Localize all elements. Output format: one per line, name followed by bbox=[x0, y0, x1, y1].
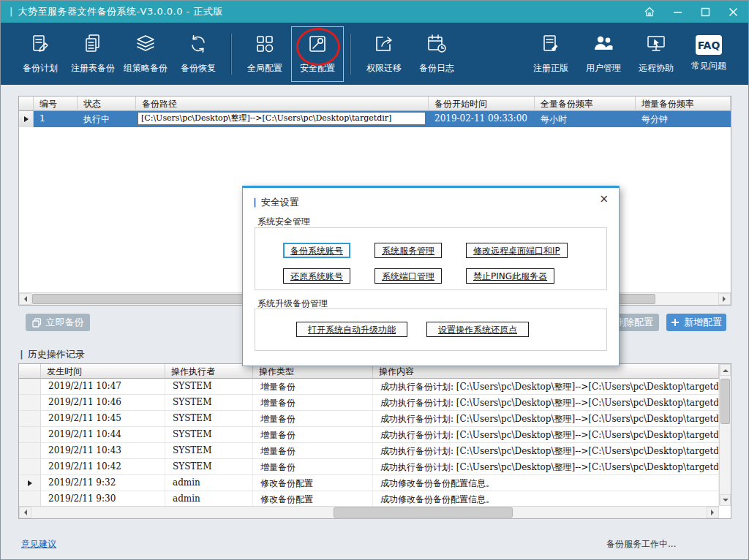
toolbar-registry-backup[interactable]: 注册表备份 bbox=[67, 26, 119, 82]
toolbar-label: 备份日志 bbox=[419, 62, 454, 75]
open-auto-upgrade-button[interactable]: 打开系统自动升级功能 bbox=[296, 322, 407, 337]
copy-icon bbox=[32, 318, 42, 328]
history-vertical-scrollbar[interactable] bbox=[719, 364, 731, 506]
history-row-selected[interactable]: 2019/2/11 9:32 admin 修改备份配置 成功修改备份备份配置信息… bbox=[19, 475, 719, 491]
system-port-manage-button[interactable]: 系统端口管理 bbox=[374, 268, 442, 284]
col-header-executor[interactable]: 操作执行者 bbox=[165, 364, 253, 379]
cell-executor: admin bbox=[165, 475, 253, 491]
scrollbar-thumb[interactable] bbox=[334, 507, 513, 518]
registry-backup-icon bbox=[82, 33, 104, 57]
toolbar-backup-plan[interactable]: 备份计划 bbox=[14, 26, 67, 82]
window-title: 大势至服务器文件备份系统-V3.0.0.0 - 正式版 bbox=[18, 5, 223, 18]
toolbar-label: 组策略备份 bbox=[124, 62, 168, 75]
close-icon[interactable] bbox=[726, 5, 739, 18]
backup-plan-table-header: 编号 状态 备份路径 备份开始时间 全量备份频率 增量备份频率 bbox=[19, 97, 731, 111]
col-header-time[interactable]: 发生时间 bbox=[41, 364, 165, 379]
cell-type: 增量备份 bbox=[253, 459, 373, 474]
cell-content: 成功执行备份计划: [C:\Users\pc\Desktop\整理]-->[C:… bbox=[373, 395, 719, 410]
history-row[interactable]: 2019/2/11 10:46 SYSTEM 增量备份 成功执行备份计划: [C… bbox=[19, 395, 719, 411]
add-config-button[interactable]: 新增配置 bbox=[666, 314, 726, 331]
toolbar-faq[interactable]: FAQ 常见问题 bbox=[682, 26, 735, 82]
maximize-icon[interactable] bbox=[699, 5, 712, 18]
service-status-text: 备份服务工作中... bbox=[606, 538, 676, 550]
backup-now-button[interactable]: 立即备份 bbox=[26, 314, 90, 331]
cell-path[interactable]: [C:\Users\pc\Desktop\整理]-->[C:\Users\pc\… bbox=[136, 111, 429, 127]
modify-rdp-port-ip-button[interactable]: 修改远程桌面端口和IP bbox=[466, 243, 568, 258]
history-row[interactable]: 2019/2/11 10:43 SYSTEM 增量备份 成功执行备份计划: [C… bbox=[19, 443, 719, 459]
col-header-type[interactable]: 操作类型 bbox=[253, 364, 373, 379]
cell-type: 增量备份 bbox=[253, 443, 373, 458]
toolbar-register[interactable]: 注册正版 bbox=[524, 26, 577, 82]
row-arrow-icon bbox=[28, 480, 32, 486]
row-marker-header bbox=[19, 364, 41, 379]
feedback-link[interactable]: 意见建议 bbox=[21, 538, 56, 550]
history-row[interactable]: 2019/2/11 10:44 SYSTEM 增量备份 成功执行备份计划: [C… bbox=[19, 427, 719, 443]
set-restore-point-button[interactable]: 设置操作系统还原点 bbox=[426, 322, 529, 337]
history-row[interactable]: 2019/2/11 10:47 SYSTEM 增量备份 成功执行备份计划: [C… bbox=[19, 379, 719, 395]
col-header-full-freq[interactable]: 全量备份频率 bbox=[535, 97, 636, 111]
cell-content: 成功执行备份计划: [C:\Users\pc\Desktop\整理]-->[C:… bbox=[373, 459, 719, 474]
title-bar-marker: | bbox=[10, 7, 12, 17]
backup-system-account-button[interactable]: 备份系统账号 bbox=[283, 243, 350, 258]
register-doc-icon bbox=[540, 33, 562, 57]
right-arrow-icon bbox=[723, 296, 729, 302]
col-header-path[interactable]: 备份路径 bbox=[136, 97, 429, 111]
cell-type: 修改备份配置 bbox=[253, 475, 373, 491]
history-row[interactable]: 2019/2/11 9:30 admin 修改备份配置 成功修改备份备份配置信息… bbox=[19, 491, 719, 506]
restore-system-account-button[interactable]: 还原系统账号 bbox=[283, 268, 350, 284]
row-marker-cell bbox=[19, 491, 41, 506]
path-value-box[interactable]: [C:\Users\pc\Desktop\整理]-->[C:\Users\pc\… bbox=[138, 112, 426, 125]
group-box-system-security: 备份系统账号 系统服务管理 修改远程桌面端口和IP 还原系统账号 系统端口管理 … bbox=[255, 227, 607, 290]
cell-content: 成功修改备份备份配置信息。 bbox=[373, 491, 719, 506]
cell-executor: SYSTEM bbox=[165, 411, 253, 426]
toolbar-group-policy-backup[interactable]: 组策略备份 bbox=[119, 26, 172, 82]
toolbar-permission-migration[interactable]: 权限迁移 bbox=[358, 26, 410, 82]
row-marker-cell bbox=[19, 427, 41, 442]
cell-content: 成功执行备份计划: [C:\Users\pc\Desktop\整理]-->[C:… bbox=[373, 411, 719, 426]
toolbar-global-config[interactable]: 全局配置 bbox=[238, 26, 291, 82]
home-icon[interactable] bbox=[643, 5, 656, 18]
dialog-close-icon[interactable]: × bbox=[599, 194, 609, 205]
row-marker-cell bbox=[19, 411, 41, 426]
toolbar-backup-log[interactable]: 备份日志 bbox=[410, 26, 463, 82]
toolbar-label: 注册表备份 bbox=[71, 62, 115, 75]
history-section-title: |历史操作记录 bbox=[20, 348, 85, 361]
col-header-content[interactable]: 操作内容 bbox=[373, 364, 719, 379]
col-header-no[interactable]: 编号 bbox=[34, 97, 78, 111]
up-arrow-icon bbox=[723, 366, 729, 372]
backup-plan-row-selected[interactable]: 1 执行中 [C:\Users\pc\Desktop\整理]-->[C:\Use… bbox=[19, 111, 731, 127]
col-header-inc-freq[interactable]: 增量备份频率 bbox=[636, 97, 731, 111]
toolbar-user-management[interactable]: 用户管理 bbox=[577, 26, 630, 82]
minimize-icon[interactable] bbox=[671, 5, 684, 18]
scrollbar-thumb[interactable] bbox=[720, 379, 730, 424]
scroll-right-button[interactable] bbox=[718, 293, 731, 305]
system-service-manage-button[interactable]: 系统服务管理 bbox=[374, 243, 442, 258]
history-grid: 发生时间 操作执行者 操作类型 操作内容 2019/2/11 10:47 SYS… bbox=[19, 364, 719, 506]
toolbar-remote-assist[interactable]: 远程协助 bbox=[630, 26, 682, 82]
scroll-up-button[interactable] bbox=[720, 364, 731, 376]
toolbar-backup-restore[interactable]: 备份恢复 bbox=[172, 26, 225, 82]
scroll-left-button[interactable] bbox=[19, 507, 31, 518]
col-header-start-time[interactable]: 备份开始时间 bbox=[429, 97, 535, 111]
row-marker-cell bbox=[19, 475, 41, 491]
cell-no: 1 bbox=[34, 111, 78, 127]
cell-executor: SYSTEM bbox=[165, 459, 253, 474]
scroll-left-button[interactable] bbox=[19, 293, 31, 305]
cell-content: 成功执行备份计划: [C:\Users\pc\Desktop\整理]-->[C:… bbox=[373, 443, 719, 458]
toolbar-security-config[interactable]: 安全配置 bbox=[291, 26, 344, 82]
cell-type: 增量备份 bbox=[253, 427, 373, 442]
toolbar-label: 安全配置 bbox=[300, 62, 335, 75]
col-header-status[interactable]: 状态 bbox=[78, 97, 136, 111]
scroll-right-button[interactable] bbox=[707, 507, 719, 518]
forbid-ping-button[interactable]: 禁止PING此服务器 bbox=[466, 268, 554, 284]
cell-time: 2019/2/11 10:42 bbox=[41, 459, 165, 474]
scroll-down-button[interactable] bbox=[720, 494, 731, 506]
history-row[interactable]: 2019/2/11 10:42 SYSTEM 增量备份 成功执行备份计划: [C… bbox=[19, 459, 719, 475]
content-area: 编号 状态 备份路径 备份开始时间 全量备份频率 增量备份频率 1 执行中 [C… bbox=[1, 85, 748, 559]
toolbar-label: 备份计划 bbox=[23, 62, 58, 75]
cell-inc-freq: 每分钟 bbox=[636, 111, 731, 127]
history-horizontal-scrollbar[interactable] bbox=[19, 506, 719, 518]
cell-time: 2019/2/11 9:30 bbox=[41, 491, 165, 506]
add-config-label: 新增配置 bbox=[684, 316, 722, 329]
history-row[interactable]: 2019/2/11 10:45 SYSTEM 增量备份 成功执行备份计划: [C… bbox=[19, 411, 719, 427]
